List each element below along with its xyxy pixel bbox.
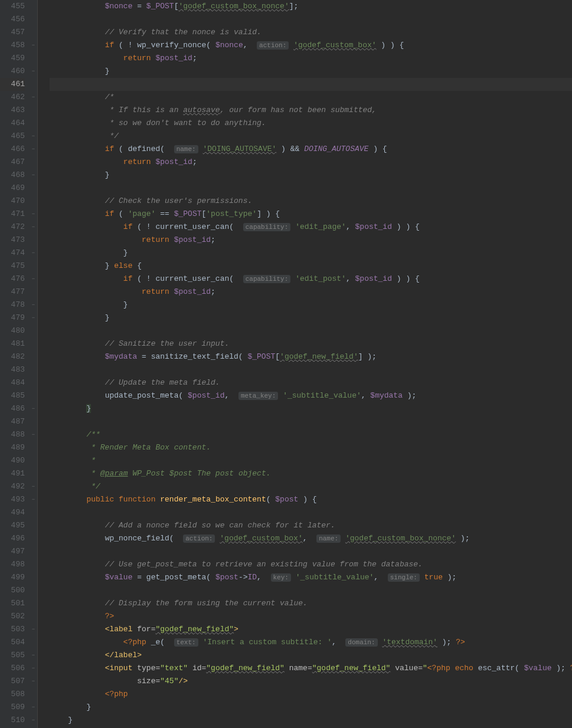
line-number[interactable]: 469	[0, 182, 25, 195]
line-number[interactable]: 504	[0, 636, 25, 649]
line-number[interactable]: 480	[0, 324, 25, 337]
fold-toggle-icon[interactable]: −	[31, 406, 36, 412]
fold-toggle-icon[interactable]: −	[31, 251, 36, 256]
fold-slot[interactable]	[30, 545, 37, 558]
fold-slot[interactable]	[30, 156, 37, 169]
fold-slot[interactable]: −	[30, 480, 37, 493]
code-line[interactable]	[50, 415, 572, 428]
fold-toggle-icon[interactable]: −	[31, 134, 36, 139]
code-line[interactable]: return $post_id;	[50, 156, 572, 169]
line-number[interactable]: 481	[0, 337, 25, 350]
line-number[interactable]: 474	[0, 247, 25, 260]
code-line[interactable]: * Render Meta Box content.	[50, 441, 572, 454]
fold-toggle-icon[interactable]: −	[31, 484, 36, 490]
fold-slot[interactable]	[30, 52, 37, 65]
line-number[interactable]: 479	[0, 311, 25, 324]
code-line[interactable]	[50, 506, 572, 519]
code-line[interactable]: }	[50, 311, 572, 324]
code-line[interactable]: $nonce = $_POST['godef_custom_box_nonce'…	[50, 0, 572, 13]
code-line[interactable]: return $post_id;	[50, 52, 572, 65]
code-line[interactable]: <input type="text" id="godef_new_field" …	[50, 662, 572, 675]
line-number[interactable]: 485	[0, 389, 25, 402]
fold-gutter[interactable]: −−−−−−−−−−−−−−−−−−−−−−	[30, 0, 38, 728]
line-number[interactable]: 483	[0, 363, 25, 376]
code-line[interactable]: * If this is an autosave, our form has n…	[50, 104, 572, 117]
code-line[interactable]: // Sanitize the user input.	[50, 337, 572, 350]
line-number[interactable]: 457	[0, 26, 25, 39]
line-number[interactable]: 465	[0, 130, 25, 143]
fold-toggle-icon[interactable]: −	[31, 316, 36, 321]
code-line[interactable]: wp_nonce_field( action: 'godef_custom_bo…	[50, 532, 572, 545]
code-line[interactable]: // Use get_post_meta to retrieve an exis…	[50, 558, 572, 571]
line-number[interactable]: 464	[0, 117, 25, 130]
code-line[interactable]: $mydata = sanitize_text_field( $_POST['g…	[50, 350, 572, 363]
fold-slot[interactable]	[30, 532, 37, 545]
line-number[interactable]: 492	[0, 480, 25, 493]
code-line[interactable]: */	[50, 480, 572, 493]
fold-slot[interactable]	[30, 389, 37, 402]
line-number[interactable]: 507	[0, 675, 25, 688]
fold-slot[interactable]	[30, 234, 37, 247]
fold-slot[interactable]: −	[30, 273, 37, 286]
code-line[interactable]	[50, 324, 572, 337]
code-line[interactable]: }	[50, 714, 572, 727]
fold-toggle-icon[interactable]: −	[31, 303, 36, 308]
fold-toggle-icon[interactable]: −	[31, 95, 36, 100]
line-number[interactable]: 501	[0, 597, 25, 610]
code-line[interactable]: * so we don't want to do anything.	[50, 117, 572, 130]
fold-slot[interactable]: −	[30, 299, 37, 311]
code-line[interactable]	[50, 13, 572, 26]
code-editor[interactable]: 4554564574584594604614624634644654664674…	[0, 0, 572, 728]
line-number[interactable]: 468	[0, 169, 25, 182]
fold-slot[interactable]	[30, 182, 37, 195]
fold-slot[interactable]	[30, 636, 37, 649]
code-line[interactable]: </label>	[50, 649, 572, 662]
code-line[interactable]: if ( ! current_user_can( capability: 'ed…	[50, 221, 572, 234]
code-line[interactable]: return $post_id;	[50, 286, 572, 299]
code-line[interactable]: if ( defined( name: 'DOING_AUTOSAVE' ) &…	[50, 143, 572, 156]
code-area[interactable]: $nonce = $_POST['godef_custom_box_nonce'…	[38, 0, 572, 728]
fold-slot[interactable]	[30, 26, 37, 39]
code-line[interactable]: return $post_id;	[50, 234, 572, 247]
line-number[interactable]: 475	[0, 260, 25, 273]
line-number[interactable]: 462	[0, 91, 25, 104]
line-number[interactable]: 500	[0, 584, 25, 597]
line-number[interactable]: 458	[0, 39, 25, 52]
fold-slot[interactable]	[30, 78, 37, 91]
code-line[interactable]: $value = get_post_meta( $post->ID, key: …	[50, 571, 572, 584]
fold-slot[interactable]: −	[30, 65, 37, 78]
fold-slot[interactable]	[30, 376, 37, 389]
code-line[interactable]	[50, 78, 572, 91]
line-number[interactable]: 463	[0, 104, 25, 117]
line-number[interactable]: 496	[0, 532, 25, 545]
fold-slot[interactable]	[30, 597, 37, 610]
code-line[interactable]: // Verify that the nonce is valid.	[50, 26, 572, 39]
code-line[interactable]: * @param WP_Post $post The post object.	[50, 467, 572, 480]
fold-toggle-icon[interactable]: −	[31, 212, 36, 217]
fold-slot[interactable]: −	[30, 130, 37, 143]
code-line[interactable]: /**	[50, 428, 572, 441]
code-line[interactable]: if ( 'page' == $_POST['post_type'] ) {	[50, 208, 572, 221]
line-number[interactable]: 473	[0, 234, 25, 247]
fold-slot[interactable]: −	[30, 714, 37, 727]
line-number[interactable]: 477	[0, 286, 25, 299]
fold-slot[interactable]: −	[30, 662, 37, 675]
fold-slot[interactable]	[30, 467, 37, 480]
line-number[interactable]: 472	[0, 221, 25, 234]
fold-toggle-icon[interactable]: −	[31, 497, 36, 503]
line-number[interactable]: 506	[0, 662, 25, 675]
code-line[interactable]: }	[50, 402, 572, 415]
fold-slot[interactable]	[30, 363, 37, 376]
fold-toggle-icon[interactable]: −	[31, 173, 36, 178]
fold-slot[interactable]: −	[30, 91, 37, 104]
fold-slot[interactable]: −	[30, 208, 37, 221]
fold-slot[interactable]	[30, 350, 37, 363]
code-line[interactable]: if ( ! wp_verify_nonce( $nonce, action: …	[50, 39, 572, 52]
fold-toggle-icon[interactable]: −	[31, 718, 36, 723]
code-line[interactable]: /*	[50, 91, 572, 104]
fold-slot[interactable]	[30, 454, 37, 467]
code-line[interactable]: */	[50, 130, 572, 143]
code-line[interactable]: update_post_meta( $post_id, meta_key: '_…	[50, 389, 572, 402]
line-number[interactable]: 490	[0, 454, 25, 467]
line-number[interactable]: 467	[0, 156, 25, 169]
